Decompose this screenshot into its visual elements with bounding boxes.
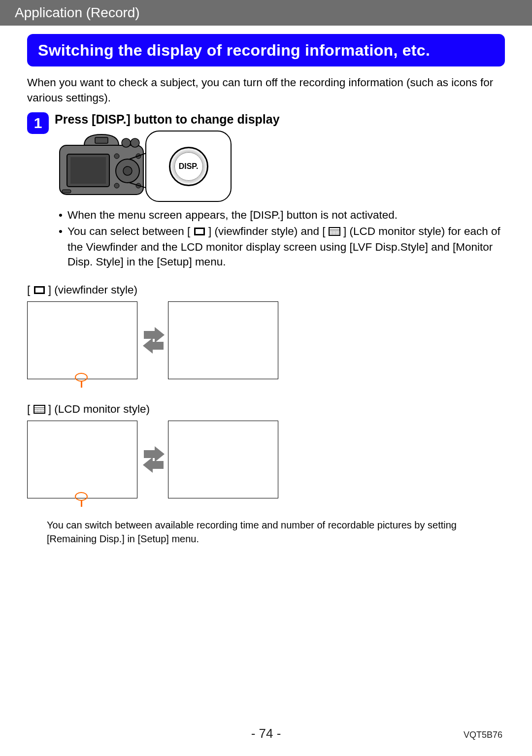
- page-number: - 74 -: [0, 726, 532, 741]
- display-frame: [27, 301, 137, 379]
- disp-button-label: DISP.: [174, 152, 203, 181]
- svg-point-11: [114, 183, 119, 188]
- camera-illustration-row: DISP.: [55, 131, 505, 202]
- svg-point-9: [114, 154, 119, 159]
- step-title: Press [DISP.] button to change display: [55, 112, 505, 127]
- swap-arrows: [142, 445, 163, 474]
- viewfinder-style-icon: [33, 285, 45, 297]
- step-body: Press [DISP.] button to change display: [55, 112, 505, 271]
- display-frame: [168, 421, 278, 498]
- display-frame: [168, 301, 278, 379]
- step-1: 1 Press [DISP.] button to change display: [27, 112, 505, 271]
- svg-rect-24: [34, 405, 45, 413]
- doc-code: VQT5B76: [464, 730, 502, 740]
- callout-marker: [75, 492, 90, 507]
- svg-rect-17: [196, 229, 203, 234]
- breadcrumb: Application (Record): [0, 0, 532, 27]
- lcd-frames: [27, 421, 505, 498]
- callout-marker: [75, 373, 90, 388]
- footnote: You can switch between available recordi…: [27, 518, 505, 546]
- bullet-item: • When the menu screen appears, the [DIS…: [59, 208, 505, 223]
- svg-rect-13: [62, 190, 71, 193]
- svg-point-3: [122, 138, 131, 147]
- svg-rect-6: [70, 157, 106, 184]
- lcd-monitor-style-icon: [33, 404, 45, 417]
- viewfinder-style-label: [ ] (viewfinder style): [27, 284, 505, 297]
- viewfinder-frames: [27, 301, 505, 379]
- lcd-monitor-style-icon: [329, 225, 340, 240]
- svg-rect-23: [35, 288, 43, 293]
- display-frame: [27, 421, 137, 498]
- page-content: Switching the display of recording infor…: [0, 27, 532, 546]
- bullet-text: You can select between [ ] (viewfinder s…: [67, 224, 505, 270]
- breadcrumb-text: Application (Record): [15, 5, 140, 20]
- bullet-text: When the menu screen appears, the [DISP.…: [67, 208, 505, 223]
- swap-arrows: [142, 326, 163, 355]
- svg-rect-2: [95, 137, 108, 143]
- bullet-item: • You can select between [ ] (viewfinder…: [59, 224, 505, 270]
- svg-rect-18: [329, 228, 340, 235]
- intro-text: When you want to check a subject, you ca…: [27, 75, 505, 105]
- step-bullets: • When the menu screen appears, the [DIS…: [55, 208, 505, 270]
- camera-back-illustration: [55, 131, 148, 202]
- svg-point-4: [131, 138, 139, 147]
- page-title: Switching the display of recording infor…: [27, 34, 505, 66]
- step-number-badge: 1: [27, 112, 49, 134]
- disp-button-callout: DISP.: [145, 131, 232, 202]
- svg-point-8: [123, 166, 132, 175]
- lcd-style-label: [ ] (LCD monitor style): [27, 403, 505, 417]
- viewfinder-style-icon: [194, 225, 205, 240]
- disp-button: DISP.: [169, 147, 208, 186]
